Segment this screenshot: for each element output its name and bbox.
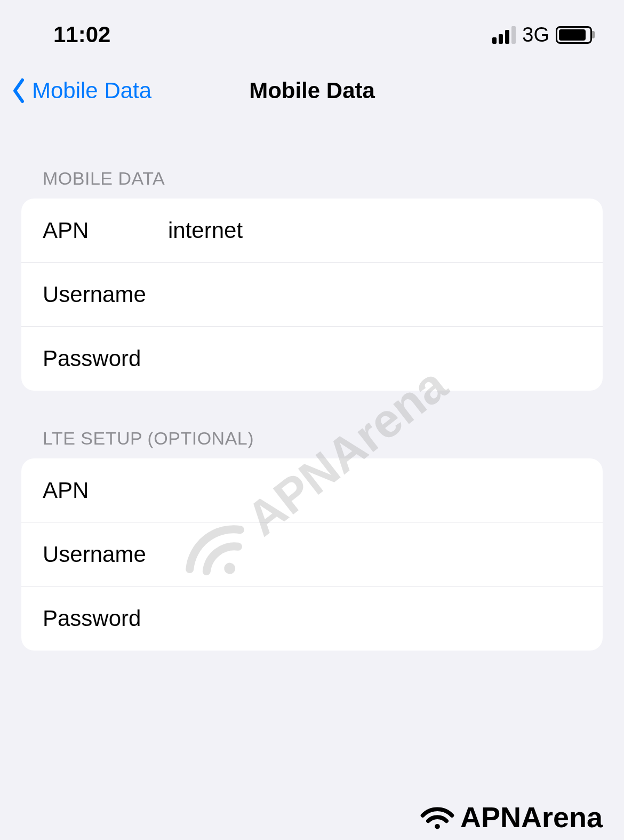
label-lte-username: Username — [43, 542, 168, 567]
chevron-back-icon — [11, 77, 27, 104]
label-apn: APN — [43, 218, 168, 243]
network-type: 3G — [522, 23, 549, 46]
battery-icon — [556, 26, 592, 44]
back-button[interactable]: Mobile Data — [11, 77, 151, 104]
row-apn[interactable]: APN — [21, 199, 603, 263]
input-lte-apn[interactable] — [168, 478, 581, 503]
row-username[interactable]: Username — [21, 263, 603, 327]
card-lte-setup: APN Username Password — [21, 458, 603, 651]
section-header-lte: LTE SETUP (OPTIONAL) — [0, 428, 624, 458]
section-mobile-data: MOBILE DATA APN Username Password — [0, 168, 624, 391]
input-lte-password[interactable] — [168, 606, 581, 631]
navigation-bar: Mobile Data Mobile Data — [0, 59, 624, 131]
row-lte-username[interactable]: Username — [21, 522, 603, 587]
status-bar: 11:02 3G — [0, 0, 624, 59]
input-apn[interactable] — [168, 218, 581, 243]
label-lte-apn: APN — [43, 478, 168, 503]
label-password: Password — [43, 346, 168, 371]
svg-point-1 — [435, 823, 440, 829]
card-mobile-data: APN Username Password — [21, 199, 603, 391]
page-title: Mobile Data — [249, 78, 375, 104]
input-password[interactable] — [168, 346, 581, 371]
input-username[interactable] — [168, 282, 581, 307]
row-password[interactable]: Password — [21, 327, 603, 391]
watermark-bottom: APNArena — [419, 801, 603, 834]
label-lte-password: Password — [43, 606, 168, 631]
row-lte-apn[interactable]: APN — [21, 458, 603, 522]
section-header-mobile-data: MOBILE DATA — [0, 168, 624, 199]
section-lte-setup: LTE SETUP (OPTIONAL) APN Username Passwo… — [0, 428, 624, 651]
status-time: 11:02 — [53, 22, 110, 47]
back-label: Mobile Data — [32, 78, 151, 104]
watermark-bottom-text: APNArena — [460, 801, 603, 834]
input-lte-username[interactable] — [168, 542, 581, 567]
label-username: Username — [43, 282, 168, 307]
status-indicators: 3G — [492, 23, 592, 46]
row-lte-password[interactable]: Password — [21, 587, 603, 651]
wifi-icon — [419, 803, 456, 832]
signal-icon — [492, 26, 516, 44]
